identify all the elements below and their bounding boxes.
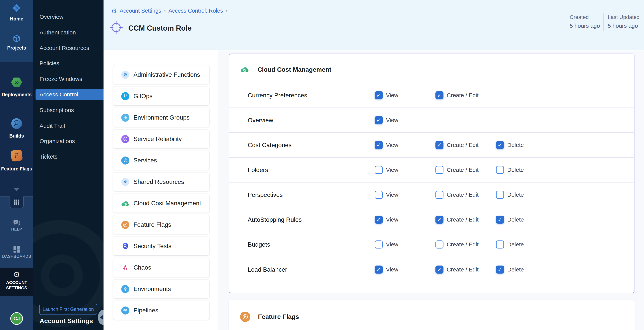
permission-label: View — [386, 142, 398, 148]
hexagon-group-icon — [121, 114, 130, 122]
sidebar-item-policies[interactable]: Policies — [36, 58, 104, 69]
checkbox-checked[interactable]: ✓ — [436, 216, 444, 224]
chat-question-icon: ? — [0, 219, 33, 227]
checkbox-unchecked[interactable] — [436, 166, 444, 174]
module-rail: ❖HomeProjects∞DeploymentsBuildsFeature F… — [0, 0, 33, 330]
rail-item-label: SETTINGS — [0, 285, 33, 290]
rail-item-builds[interactable]: Builds — [0, 118, 33, 139]
breadcrumb-separator: › — [164, 8, 166, 14]
sidebar-item-audit-trail[interactable]: Audit Trail — [36, 120, 104, 131]
checkbox-checked[interactable]: ✓ — [375, 266, 383, 274]
resource-card-service-reliability[interactable]: Service Reliability — [113, 130, 209, 148]
permission-delete: ✓Delete — [496, 133, 524, 157]
resource-card-chaos[interactable]: Chaos — [113, 258, 209, 277]
permission-create-edit: Create / Edit — [436, 232, 478, 257]
rail-item-deployments[interactable]: ∞Deployments — [0, 77, 33, 97]
chevron-down-icon[interactable] — [14, 188, 20, 191]
permission-label: Create / Edit — [447, 92, 478, 98]
launch-first-generation-button[interactable]: Launch First Generation — [39, 304, 97, 315]
rail-item-account-settings[interactable]: ⚙ ACCOUNT SETTINGS — [0, 270, 33, 290]
checkbox-checked[interactable]: ✓ — [375, 116, 383, 124]
resource-card-shared-resources[interactable]: ❖Shared Resources — [113, 173, 209, 191]
rail-item-dashboards[interactable]: DASHBOARDS — [0, 245, 33, 259]
checkbox-checked[interactable]: ✓ — [436, 91, 444, 99]
permission-label: Create / Edit — [447, 241, 478, 248]
permission-view: ✓View — [375, 257, 398, 282]
checkbox-unchecked[interactable] — [496, 191, 504, 199]
page-header: ⚙ Account Settings › Access Control: Rol… — [104, 0, 644, 50]
resource-card-label: Service Reliability — [134, 135, 182, 142]
resource-card-pipelines[interactable]: Pipelines — [113, 301, 209, 320]
checkbox-checked[interactable]: ✓ — [436, 141, 444, 149]
checkbox-checked[interactable]: ✓ — [496, 266, 504, 274]
resource-card-administrative-functions[interactable]: ⚙Administrative Functions — [113, 65, 209, 84]
resource-card-feature-flags[interactable]: Feature Flags — [113, 215, 209, 234]
svg-text:$: $ — [124, 203, 126, 206]
rail-item-label: ACCOUNT — [0, 280, 33, 285]
resource-card-cloud-cost-management[interactable]: $Cloud Cost Management — [113, 194, 209, 213]
checkbox-unchecked[interactable] — [496, 166, 504, 174]
resource-card-label: Administrative Functions — [134, 71, 200, 78]
checkbox-unchecked[interactable] — [375, 191, 383, 199]
resource-card-environment-groups[interactable]: Environment Groups — [113, 108, 209, 127]
app-root: ❖HomeProjects∞DeploymentsBuildsFeature F… — [0, 0, 644, 330]
permission-row-label: Budgets — [248, 232, 270, 257]
panel-title: Feature Flags — [258, 313, 299, 320]
avatar[interactable]: CJ — [10, 312, 23, 325]
rail-item-label: Feature Flags — [0, 166, 33, 172]
svg-text:$: $ — [244, 69, 246, 72]
rail-item-home[interactable]: ❖Home — [0, 3, 33, 22]
resource-card-label: Environments — [134, 285, 171, 292]
cloud-dollar-icon: $ — [240, 65, 250, 74]
sidebar-item-access-control[interactable]: Access Control — [36, 89, 104, 100]
checkbox-checked[interactable]: ✓ — [496, 216, 504, 224]
permission-row-label: Currency Preferences — [248, 83, 307, 107]
sidebar-collapse-handle[interactable] — [98, 310, 104, 325]
permission-delete: Delete — [496, 232, 524, 257]
reliability-check-icon — [121, 135, 130, 143]
checkbox-unchecked[interactable] — [375, 166, 383, 174]
page-title: CCM Custom Role — [128, 24, 192, 32]
permission-row-label: Folders — [248, 158, 268, 182]
rail-item-label: Builds — [0, 133, 33, 139]
sidebar-item-organizations[interactable]: Organizations — [36, 136, 104, 146]
checkbox-unchecked[interactable] — [436, 240, 444, 249]
panel-title: Cloud Cost Management — [258, 66, 331, 73]
breadcrumb-account-settings[interactable]: Account Settings — [120, 8, 161, 14]
permission-view: ✓View — [375, 207, 398, 232]
panel-header: Feature Flags — [240, 312, 299, 322]
module-grid-button[interactable] — [10, 197, 24, 208]
rail-item-label: DASHBOARDS — [0, 254, 33, 259]
sidebar-item-tickets[interactable]: Tickets — [36, 151, 104, 162]
checkbox-unchecked[interactable] — [436, 191, 444, 199]
checkbox-unchecked[interactable] — [375, 240, 383, 249]
permission-create-edit: ✓Create / Edit — [436, 83, 478, 107]
rail-item-help[interactable]: ?HELP — [0, 219, 33, 232]
checkbox-checked[interactable]: ✓ — [436, 266, 444, 274]
resource-card-services[interactable]: Services — [113, 151, 209, 170]
resource-card-gitops[interactable]: GitOps — [113, 87, 209, 105]
resource-card-label: Chaos — [134, 264, 151, 271]
permission-label: Create / Edit — [447, 192, 478, 198]
sidebar-item-overview[interactable]: Overview — [36, 12, 104, 22]
rail-item-feature-flags[interactable]: Feature Flags — [0, 150, 33, 172]
permission-label: Delete — [507, 216, 524, 223]
resource-card-environments[interactable]: Environments — [113, 280, 209, 298]
last-updated-label: Last Updated — [608, 14, 640, 20]
sidebar-item-freeze-windows[interactable]: Freeze Windows — [36, 74, 104, 84]
checkbox-checked[interactable]: ✓ — [496, 141, 504, 149]
breadcrumb-access-control-roles[interactable]: Access Control: Roles — [168, 8, 223, 14]
checkbox-checked[interactable]: ✓ — [375, 91, 383, 99]
rail-item-projects[interactable]: Projects — [0, 34, 33, 51]
resource-card-security-tests[interactable]: Security Tests — [113, 237, 209, 255]
permission-create-edit: ✓Create / Edit — [436, 207, 478, 232]
checkbox-checked[interactable]: ✓ — [375, 141, 383, 149]
sidebar-item-account-resources[interactable]: Account Resources — [36, 43, 104, 53]
checkbox-checked[interactable]: ✓ — [375, 216, 383, 224]
cube-icon — [0, 34, 33, 43]
checkbox-unchecked[interactable] — [496, 240, 504, 249]
sidebar-item-authentication[interactable]: Authentication — [36, 27, 104, 38]
dashboard-panes-icon — [0, 245, 33, 254]
sidebar-item-subscriptions[interactable]: Subscriptions — [36, 105, 104, 115]
permission-row-label: Perspectives — [248, 183, 283, 207]
